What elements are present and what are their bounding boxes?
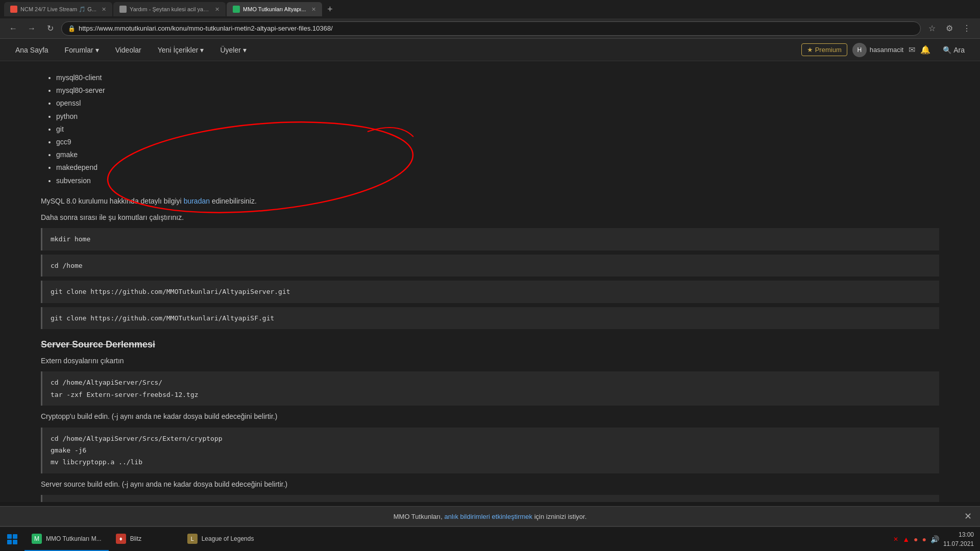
- list-item: git: [56, 123, 939, 136]
- server-build-label: Server source build edin. (-j aynı anda …: [41, 479, 939, 490]
- list-item: gmake: [56, 148, 939, 161]
- messages-icon[interactable]: ✉: [909, 45, 915, 55]
- search-button[interactable]: 🔍 Ara: [936, 42, 972, 58]
- taskbar-item-mmo[interactable]: M MMO Tutkunları M...: [24, 527, 109, 551]
- mmo-icon: M: [32, 534, 42, 544]
- nav-icons: ☆ ⚙ ⋮: [925, 21, 974, 36]
- code-block-extern: cd /home/AltyapiServer/Srcs/ tar -zxf Ex…: [41, 371, 939, 406]
- tray-icon-2: ●: [914, 535, 918, 543]
- address-bar[interactable]: 🔒 https://www.mmotutkunlari.com/konu/mmo…: [61, 21, 921, 36]
- cryptopp-label: Cryptopp'u build edin. (-j aynı anda ne …: [41, 411, 939, 422]
- tab-1-favicon: [10, 6, 17, 13]
- windows-logo-icon: [7, 534, 17, 544]
- mysql-link[interactable]: buradan: [184, 197, 210, 205]
- premium-star-icon: ★: [807, 46, 813, 54]
- tray-icon-1: ▲: [902, 535, 910, 543]
- code-block-cd: cd /home: [41, 255, 939, 277]
- tab-bar: NCM 24/7 Live Stream 🎵 G... ✕ Yardım - Ş…: [0, 0, 980, 18]
- bookmark-icon[interactable]: ☆: [925, 21, 939, 36]
- new-tab-button[interactable]: +: [323, 2, 337, 16]
- nav-new-content[interactable]: Yeni İçerikler ▾: [151, 42, 211, 58]
- taskbar-lol-label: League of Legends: [202, 535, 254, 542]
- tab-3-title: MMO Tutkunları Altyapı...: [243, 6, 306, 12]
- menu-icon[interactable]: ⋮: [960, 21, 974, 36]
- tab-3[interactable]: MMO Tutkunları Altyapı... ✕: [227, 2, 322, 16]
- taskbar: M MMO Tutkunları M... ♦ Blitz L League o…: [0, 527, 980, 551]
- members-arrow-icon: ▾: [243, 46, 247, 54]
- mysql-info-para: MySQL 8.0 kurulumu hakkında detaylı bilg…: [41, 195, 939, 207]
- blitz-icon: ♦: [116, 534, 126, 544]
- extensions-icon[interactable]: ⚙: [942, 21, 957, 36]
- taskbar-clock: 13:00 11.07.2021: [943, 530, 974, 548]
- notification-link[interactable]: anlık bildirimleri etkinleştirmek: [444, 513, 532, 520]
- site-nav: Ana Sayfa Forumlar ▾ Videolar Yeni İçeri…: [0, 39, 980, 61]
- tab-1-title: NCM 24/7 Live Stream 🎵 G...: [20, 6, 96, 13]
- main-content: mysql80-client mysql80-server openssl py…: [0, 61, 980, 502]
- taskbar-item-lol[interactable]: L League of Legends: [180, 527, 261, 551]
- forward-button[interactable]: →: [24, 21, 39, 36]
- tab-2-title: Yardım - Şeytan kulesi acil yardı...: [130, 6, 210, 12]
- code-block-git2: git clone https://github.com/MMOTutkunla…: [41, 307, 939, 329]
- taskbar-blitz-label: Blitz: [130, 535, 142, 542]
- user-info[interactable]: H hasanmacit: [852, 43, 903, 57]
- notifications-icon[interactable]: 🔔: [920, 45, 930, 55]
- code-block-git1: git clone https://github.com/MMOTutkunla…: [41, 281, 939, 303]
- tab-3-favicon: [233, 6, 240, 13]
- back-button[interactable]: ←: [6, 21, 20, 36]
- list-item: openssl: [56, 97, 939, 110]
- extern-label: Extern dosyalarını çıkartın: [41, 355, 939, 366]
- nav-members[interactable]: Üyeler ▾: [213, 42, 253, 58]
- nav-home[interactable]: Ana Sayfa: [8, 42, 56, 58]
- notification-bar: MMO Tutkunları, anlık bildirimleri etkin…: [0, 506, 980, 527]
- reload-button[interactable]: ↻: [43, 21, 57, 36]
- clock-time: 13:00: [943, 530, 974, 539]
- start-button[interactable]: [0, 527, 24, 552]
- network-icon: ✕: [893, 536, 898, 543]
- nav-bar: ← → ↻ 🔒 https://www.mmotutkunlari.com/ko…: [0, 18, 980, 39]
- code-block-crypto: cd /home/AltyapiServer/Srcs/Extern/crypt…: [41, 428, 939, 473]
- nav-videos[interactable]: Videolar: [108, 42, 149, 58]
- user-avatar: H: [852, 43, 867, 57]
- commands-intro-para: Daha sonra sırası ile şu komutları çalış…: [41, 212, 939, 223]
- site-nav-right: ★ Premium H hasanmacit ✉ 🔔 🔍 Ara: [801, 42, 972, 58]
- code-block-mkdir: mkdir home: [41, 228, 939, 250]
- tray-icon-3: ●: [922, 535, 926, 543]
- tab-2-favicon: [119, 6, 127, 13]
- tab-3-close[interactable]: ✕: [311, 6, 316, 13]
- code-block-server: cd /home/AltyapiServer/Srcs/Server gmake…: [41, 495, 939, 502]
- list-item: mysql80-client: [56, 71, 939, 84]
- tab-1-close[interactable]: ✕: [102, 6, 106, 13]
- ssl-lock-icon: 🔒: [68, 25, 76, 32]
- notification-text: MMO Tutkunları, anlık bildirimleri etkin…: [394, 513, 587, 520]
- list-item: gcc9: [56, 136, 939, 148]
- list-item: subversion: [56, 174, 939, 187]
- forums-arrow-icon: ▾: [95, 46, 99, 54]
- premium-button[interactable]: ★ Premium: [801, 43, 847, 56]
- lol-icon: L: [187, 534, 198, 544]
- notification-close-button[interactable]: ✕: [964, 511, 972, 522]
- browser-chrome: NCM 24/7 Live Stream 🎵 G... ✕ Yardım - Ş…: [0, 0, 980, 39]
- tab-1[interactable]: NCM 24/7 Live Stream 🎵 G... ✕: [4, 2, 112, 16]
- taskbar-right: ✕ ▲ ● ● 🔊 13:00 11.07.2021: [887, 530, 980, 548]
- taskbar-items: M MMO Tutkunları M... ♦ Blitz L League o…: [24, 527, 887, 551]
- volume-icon[interactable]: 🔊: [930, 535, 939, 543]
- tab-2[interactable]: Yardım - Şeytan kulesi acil yardı... ✕: [113, 2, 226, 16]
- list-item: python: [56, 110, 939, 123]
- taskbar-mmo-label: MMO Tutkunları M...: [46, 535, 102, 542]
- search-icon: 🔍: [943, 46, 951, 54]
- section-title-server-source: Server Source Derlenmesi: [41, 339, 939, 350]
- address-text: https://www.mmotutkunlari.com/konu/mmo-t…: [79, 24, 333, 32]
- new-content-arrow-icon: ▾: [200, 46, 204, 54]
- list-item: mysql80-server: [56, 84, 939, 97]
- list-item: makedepend: [56, 161, 939, 174]
- tab-2-close[interactable]: ✕: [215, 6, 219, 13]
- username-label: hasanmacit: [870, 46, 903, 54]
- taskbar-item-blitz[interactable]: ♦ Blitz: [109, 527, 180, 551]
- clock-date: 11.07.2021: [943, 539, 974, 548]
- package-list: mysql80-client mysql80-server openssl py…: [41, 71, 939, 187]
- nav-forums[interactable]: Forumlar ▾: [58, 42, 106, 58]
